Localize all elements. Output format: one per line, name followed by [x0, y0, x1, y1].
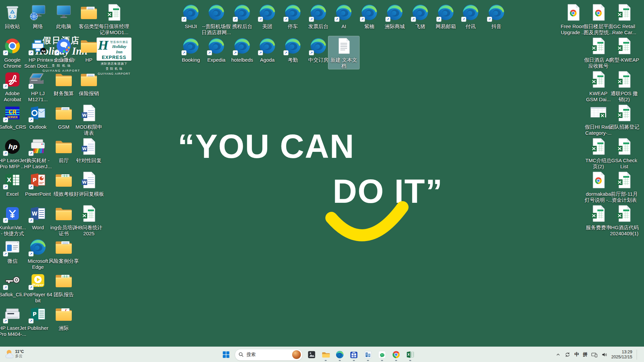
- running-indicator-dot: [325, 360, 327, 361]
- running-indicator-dot: [339, 360, 341, 361]
- search-input[interactable]: 搜索: [235, 349, 303, 361]
- desktop-icon-file-targeted-reply[interactable]: W针对性回复: [73, 137, 104, 164]
- folder-icon: [54, 204, 73, 223]
- shortcut-arrow-icon: ↗: [334, 17, 339, 22]
- potplayer-icon: Player↗: [28, 271, 48, 290]
- shortcut-arrow-icon: ↗: [29, 151, 34, 156]
- desktop-icon-file-mod-log[interactable]: 每日值班经理 记录MOD1...: [99, 3, 129, 36]
- folder-icon: [54, 137, 73, 156]
- desktop-icon-file-team-recruit[interactable]: 团队招募登记: [609, 103, 640, 130]
- shortcut-arrow-icon: ↗: [283, 50, 288, 55]
- word-file-icon: W: [79, 103, 99, 123]
- printerw-icon: ↗: [3, 304, 22, 324]
- start-button[interactable]: [219, 348, 233, 361]
- svg-text:P: P: [33, 177, 37, 183]
- taskbar-weather-widget[interactable]: 11°C 多云: [3, 349, 24, 359]
- svg-text:W: W: [82, 180, 87, 185]
- desktop-icon-folder-team-report[interactable]: 团队报告: [48, 271, 79, 298]
- ppt-icon: P↗: [28, 170, 48, 190]
- desktop-icon-file-front-office-fund[interactable]: 前厅部-11月 资金计划表: [609, 170, 640, 203]
- ime-language-indicator[interactable]: 中: [574, 352, 579, 358]
- edge-icon: ↗: [385, 3, 405, 22]
- desktop-icon-new-text-doc[interactable]: 新建 文本文档: [328, 36, 359, 69]
- desktop-icon-file-review-template[interactable]: W好评回复模板: [73, 170, 104, 197]
- svg-text:CR: CR: [8, 108, 17, 116]
- shortcut-arrow-icon: ↗: [258, 17, 263, 22]
- svg-text:W: W: [82, 146, 87, 151]
- tray-clock[interactable]: 13:29 2025/12/15: [611, 350, 632, 360]
- taskbar-app-file-explorer[interactable]: [319, 348, 333, 362]
- shortcut-arrow-icon: ↗: [181, 50, 186, 55]
- taskbar-app-erp-app[interactable]: [361, 348, 375, 362]
- desktop-icon-label: 新建 文本文档: [328, 57, 359, 69]
- shortcut-arrow-icon: ↗: [233, 50, 238, 55]
- desktop-icon-label: 每日值班经理 记录MOD1...: [99, 23, 129, 36]
- desktop-icon-file-mod-perm[interactable]: WMOD权限申 请表: [73, 103, 104, 136]
- desktop-icon-folder-ihg[interactable]: 洲际: [48, 304, 79, 331]
- shortcut-arrow-icon: ↗: [309, 17, 314, 22]
- desktop-icon-file-gc-retail-rate[interactable]: GC Retail Rate Car...: [609, 3, 640, 36]
- scanner-icon: ↗: [28, 70, 48, 89]
- tray-sync-icon[interactable]: [565, 352, 571, 358]
- chrome-file-icon: [589, 170, 608, 190]
- shortcut-arrow-icon: ↗: [487, 17, 492, 22]
- folder-icon: [79, 36, 99, 56]
- svg-text:Player: Player: [32, 283, 44, 287]
- svg-text:hp: hp: [41, 50, 46, 53]
- tray-cast-icon[interactable]: [591, 351, 598, 358]
- excel-file-icon: [614, 36, 634, 56]
- desktop-icon-file-pos-refund[interactable]: 通联POS 撤 销(2): [609, 70, 640, 103]
- desktop-icon-folder-risk-cases[interactable]: 风险案例分享: [48, 237, 79, 264]
- desktop-icon-label: 针对性回复: [73, 158, 104, 164]
- taskbar-tray: 中 拼 13:29 2025/12/15: [555, 347, 642, 362]
- hpcircle-icon: hp↗: [3, 137, 22, 156]
- svg-text:SERVER: SERVER: [7, 116, 18, 119]
- edge-icon: ↗: [334, 3, 354, 22]
- edge-browser-icon: [335, 350, 344, 359]
- folder-pdf-icon: [54, 304, 73, 324]
- desktop-icon-file-gsa-checklist[interactable]: GSA Check List: [609, 137, 640, 170]
- taskbar-app-chrome-browser[interactable]: [389, 348, 403, 362]
- shortcut-arrow-icon: ↗: [3, 251, 8, 256]
- tray-chevron-up-icon[interactable]: [555, 352, 561, 357]
- shortcut-arrow-icon: ↗: [3, 117, 8, 122]
- shortcut-arrow-icon: ↗: [3, 84, 8, 89]
- word-file-icon: W: [79, 170, 99, 190]
- wordapp-icon: W↗: [28, 204, 48, 223]
- svg-text:P: P: [33, 311, 37, 317]
- store-app-icon: [349, 350, 359, 359]
- network-icon: [28, 3, 48, 22]
- taskbar-app-store-app[interactable]: [347, 348, 361, 362]
- desktop-icon-file-roomtype-kweap[interactable]: 房型-KWEAP: [609, 36, 640, 63]
- taskbar-app-wechat-app[interactable]: [375, 348, 389, 362]
- desktop-icon-label: HP: [73, 57, 104, 63]
- desktop-icon-folder-hp[interactable]: HP: [73, 36, 104, 63]
- folder-sheet-icon: [54, 271, 73, 290]
- taskbar-app-excel-app[interactable]: X: [403, 348, 417, 362]
- file-explorer-icon: [321, 350, 330, 359]
- outlook-icon: ↗: [28, 103, 48, 123]
- show-desktop-button[interactable]: [641, 347, 642, 362]
- tray-divider: [637, 350, 637, 360]
- desktop-icon-link-douyin[interactable]: ↗抖音: [481, 3, 512, 29]
- edge-icon: ↗: [436, 3, 455, 22]
- desktop-icon-file-ihg-hotel-code[interactable]: IHG酒店代码 20240409(1): [609, 204, 640, 237]
- folder-docs-icon: [54, 237, 73, 257]
- edge-icon: ↗: [360, 3, 379, 22]
- svg-text:W: W: [32, 211, 38, 217]
- excel-file-icon: [614, 3, 634, 22]
- taskbar-app-edge-browser[interactable]: [333, 348, 347, 362]
- smile-graphic: [319, 194, 419, 251]
- textdoc-icon: [334, 36, 354, 56]
- chrome-file-icon: [564, 3, 583, 22]
- crs-icon: CR SERVER↗: [3, 103, 22, 123]
- excel-app-icon: X: [406, 350, 415, 359]
- desktop-icon-file-hb-survey[interactable]: HB问卷统计 2025: [73, 204, 104, 237]
- search-highlight-icon[interactable]: [292, 350, 301, 359]
- ime-mode-indicator[interactable]: 拼: [583, 352, 587, 358]
- tray-volume-icon[interactable]: [601, 352, 607, 358]
- desktop-icon-label: GC Retail Rate Car...: [609, 23, 640, 36]
- svg-text:X: X: [408, 353, 410, 356]
- desktop-icon-folder-insurance[interactable]: 保险报销: [73, 70, 104, 97]
- taskbar-app-photos-app[interactable]: [305, 348, 319, 362]
